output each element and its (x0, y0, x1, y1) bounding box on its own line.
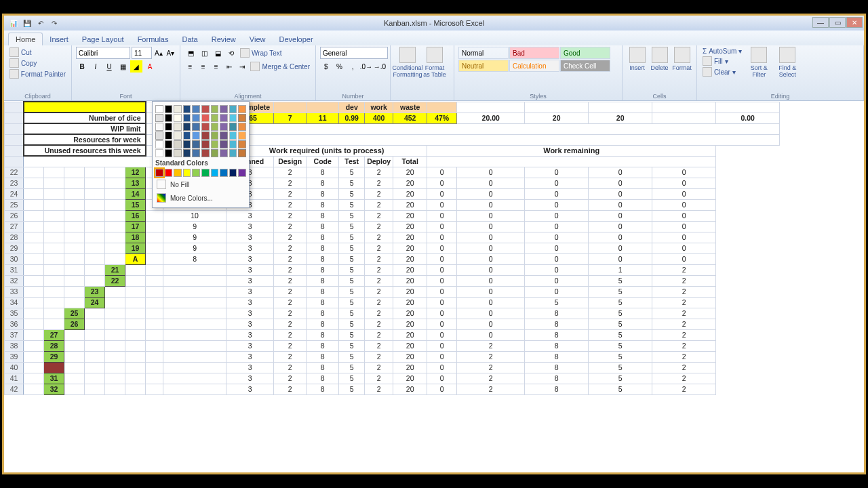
color-swatch[interactable] (183, 131, 191, 140)
cell-remaining[interactable]: 0 (457, 275, 525, 286)
row-header[interactable]: 39 (5, 351, 24, 362)
cell-remaining[interactable]: 0 (652, 253, 716, 264)
cell-test[interactable]: 5 (339, 232, 365, 243)
cell-remaining[interactable]: 0 (427, 221, 457, 232)
kanban-card[interactable]: 22 (105, 275, 125, 286)
cell-deploy[interactable]: 2 (365, 297, 393, 308)
cell-remaining[interactable]: 0 (427, 232, 457, 243)
color-swatch[interactable] (155, 105, 163, 113)
cell-deploy[interactable]: 2 (365, 243, 393, 253)
tab-home[interactable]: Home (8, 33, 43, 45)
cell-design[interactable]: 2 (274, 221, 307, 232)
cell-ttc[interactable] (163, 297, 226, 308)
color-swatch[interactable] (238, 131, 246, 140)
cell-remaining[interactable]: 8 (525, 362, 589, 373)
cell-test[interactable]: 5 (339, 329, 365, 340)
cell-planned[interactable]: 3 (226, 362, 274, 373)
cell-planned[interactable]: 3 (226, 221, 274, 232)
cell-total[interactable]: 20 (393, 308, 427, 319)
format-cells-button[interactable]: Format (671, 47, 692, 91)
cell-deploy[interactable]: 2 (365, 167, 393, 178)
row-header[interactable]: 40 (5, 362, 24, 373)
tab-page-layout[interactable]: Page Layout (75, 33, 131, 45)
cell-ttc[interactable]: 9 (163, 243, 226, 253)
cell-design[interactable]: 2 (274, 264, 307, 275)
color-swatch[interactable] (165, 131, 173, 140)
color-swatch[interactable] (229, 140, 237, 148)
cell-test[interactable]: 5 (339, 297, 365, 308)
conditional-formatting-button[interactable]: Conditional Formatting (395, 47, 420, 91)
cell-remaining[interactable]: 8 (525, 319, 589, 329)
color-swatch[interactable] (211, 169, 219, 177)
format-painter-button[interactable]: Format Painter (8, 68, 67, 79)
cell-design[interactable]: 2 (274, 178, 307, 188)
tab-insert[interactable]: Insert (43, 33, 75, 45)
style-calculation[interactable]: Calculation (509, 60, 559, 72)
cell-remaining[interactable]: 5 (589, 275, 652, 286)
cell-design[interactable]: 2 (274, 275, 307, 286)
underline-button[interactable]: U (103, 60, 115, 73)
cell-remaining[interactable]: 0 (427, 373, 457, 384)
cell-remaining[interactable]: 0 (457, 199, 525, 210)
color-swatch[interactable] (192, 114, 200, 122)
cell-remaining[interactable]: 5 (589, 362, 652, 373)
cell-remaining[interactable]: 0 (427, 362, 457, 373)
cell-planned[interactable]: 3 (226, 275, 274, 286)
cell-design[interactable]: 2 (274, 232, 307, 243)
cell-test[interactable]: 5 (339, 264, 365, 275)
cell-remaining[interactable]: 2 (652, 384, 716, 394)
cell-code[interactable]: 8 (307, 297, 339, 308)
row-header[interactable]: 30 (5, 253, 24, 264)
cell-test[interactable]: 5 (339, 210, 365, 221)
row-header[interactable]: 36 (5, 319, 24, 329)
cell-remaining[interactable]: 2 (457, 373, 525, 384)
cell-total[interactable]: 20 (393, 253, 427, 264)
cell-design[interactable]: 2 (274, 286, 307, 297)
color-swatch[interactable] (192, 140, 200, 148)
tab-review[interactable]: Review (205, 33, 243, 45)
cell-remaining[interactable]: 2 (652, 373, 716, 384)
cell-design[interactable]: 2 (274, 308, 307, 319)
row-header[interactable]: 42 (5, 384, 24, 394)
cell-design[interactable]: 2 (274, 210, 307, 221)
orientation-button[interactable]: ⟲ (225, 47, 237, 59)
kanban-card[interactable]: 31 (44, 373, 64, 384)
cell-remaining[interactable]: 5 (589, 286, 652, 297)
decrease-decimal-button[interactable]: →.0 (374, 60, 386, 73)
cell-remaining[interactable]: 2 (652, 275, 716, 286)
color-swatch[interactable] (201, 105, 210, 113)
cell-test[interactable]: 5 (339, 286, 365, 297)
tab-developer[interactable]: Developer (272, 33, 319, 45)
cell-remaining[interactable]: 0 (525, 232, 589, 243)
cell-remaining[interactable]: 0 (457, 329, 525, 340)
color-swatch[interactable] (201, 140, 210, 148)
row-header[interactable]: 26 (5, 210, 24, 221)
color-swatch[interactable] (165, 105, 173, 113)
kanban-card[interactable]: 21 (105, 264, 125, 275)
cell-remaining[interactable]: 2 (652, 351, 716, 362)
delete-cells-button[interactable]: Delete (649, 47, 670, 91)
cell-deploy[interactable]: 2 (365, 188, 393, 199)
color-swatch[interactable] (192, 123, 200, 131)
row-header[interactable]: 28 (5, 232, 24, 243)
cell-remaining[interactable]: 0 (525, 178, 589, 188)
redo-icon[interactable]: ↷ (49, 18, 60, 28)
row-header[interactable]: 23 (5, 178, 24, 188)
tab-formulas[interactable]: Formulas (131, 33, 176, 45)
kanban-card[interactable]: 25 (64, 308, 85, 319)
cell-planned[interactable]: 3 (226, 373, 274, 384)
cell-test[interactable]: 5 (339, 188, 365, 199)
cell-total[interactable]: 20 (393, 264, 427, 275)
color-swatch[interactable] (220, 131, 228, 140)
cell-remaining[interactable]: 5 (589, 384, 652, 394)
cell-test[interactable]: 5 (339, 319, 365, 329)
cell-remaining[interactable]: 0 (427, 319, 457, 329)
increase-indent-button[interactable]: ⇥ (236, 60, 248, 73)
cell-remaining[interactable]: 0 (427, 308, 457, 319)
cell-test[interactable]: 5 (339, 178, 365, 188)
cell-design[interactable]: 2 (274, 297, 307, 308)
cell-test[interactable]: 5 (339, 373, 365, 384)
cell-total[interactable]: 20 (393, 340, 427, 351)
cell-remaining[interactable]: 0 (457, 167, 525, 178)
cell-total[interactable]: 20 (393, 178, 427, 188)
